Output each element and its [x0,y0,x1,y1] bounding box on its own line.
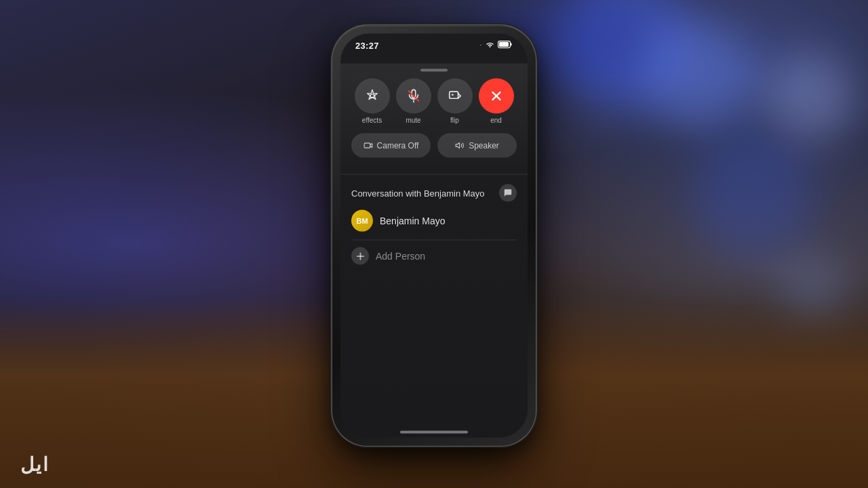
end-label: end [490,117,502,124]
add-person-label: Add Person [376,251,425,262]
message-bubble-button[interactable] [499,184,517,202]
home-indicator [400,431,468,434]
bokeh-3 [766,54,854,142]
message-bubble-icon [503,188,513,198]
contact-row[interactable]: BM Benjamin Mayo [351,210,517,241]
phone-screen: 23:27 · · [340,34,528,438]
end-button[interactable]: end [479,79,514,124]
svg-rect-6 [449,92,458,98]
status-time: 23:27 [355,41,379,51]
camera-off-label: Camera Off [377,141,419,150]
controls-section: effects mute [340,72,528,170]
flip-icon [448,89,462,104]
flip-icon-circle [437,79,473,114]
mute-label: mute [406,117,420,124]
mute-icon-circle [396,79,431,114]
status-icons: · · [475,41,513,49]
wifi-icon [486,41,494,48]
flip-label: flip [450,117,459,124]
camera-off-button[interactable]: Camera Off [351,134,431,158]
speaker-icon [455,141,465,150]
svg-rect-2 [511,43,512,46]
notch [390,34,478,53]
bokeh-2 [644,20,753,129]
svg-point-7 [451,94,453,96]
svg-marker-11 [456,143,459,148]
camera-icon [363,141,373,150]
avatar-initials: BM [356,217,368,225]
svg-rect-10 [364,143,370,148]
divider [340,174,528,175]
plus-icon [356,251,365,260]
effects-label: effects [362,117,382,124]
conversation-header: Conversation with Benjamin Mayo [351,184,517,202]
power-button [536,151,538,199]
svg-rect-1 [499,42,509,47]
phone-device: 23:27 · · [332,26,536,446]
contact-name: Benjamin Mayo [380,216,446,226]
speaker-label: Speaker [469,141,499,150]
bokeh-4 [692,136,814,258]
battery-icon [498,41,513,49]
add-person-row[interactable]: Add Person [351,247,517,265]
end-icon-circle [479,79,514,114]
effects-icon-circle [355,79,390,114]
end-icon [489,89,504,104]
effects-icon [365,89,380,104]
mute-button[interactable]: mute [396,79,431,124]
flip-button[interactable]: flip [437,79,473,124]
conversation-title: Conversation with Benjamin Mayo [351,188,485,198]
contact-avatar: BM [351,210,373,232]
effects-button[interactable]: effects [355,79,390,124]
add-circle [351,247,369,265]
watermark: ایل [20,453,50,476]
mute-icon [406,89,421,104]
secondary-controls-row: Camera Off Speaker [351,134,517,158]
main-controls-row: effects mute [351,79,517,124]
speaker-button[interactable]: Speaker [437,134,517,158]
screen-content: effects mute [340,64,528,438]
conversation-section: Conversation with Benjamin Mayo BM Benja… [340,179,528,265]
